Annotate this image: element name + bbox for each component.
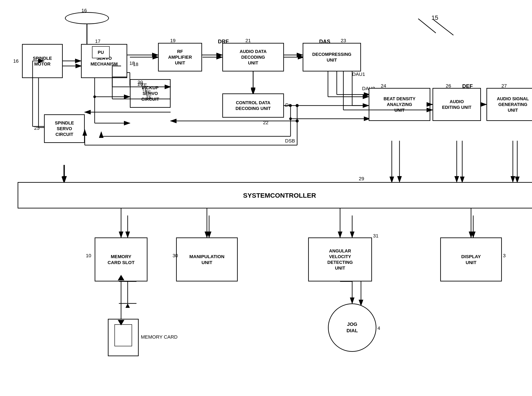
jog-dial-block: JOGDIAL: [328, 303, 377, 352]
label-17: 17: [95, 39, 100, 44]
ref-18: 18: [133, 62, 138, 67]
dau1-label: DAU1: [352, 71, 365, 77]
label-21: 21: [245, 38, 251, 44]
label-4: 4: [377, 326, 380, 331]
label-3: 3: [503, 253, 506, 259]
decompressing-block: DECOMPRESSINGUNIT: [303, 43, 361, 71]
spindle-motor-block: SPINDLEMOTOR: [22, 44, 63, 78]
label-31: 31: [373, 233, 378, 239]
disk-shape: [65, 12, 109, 24]
ref-20: 20: [137, 80, 143, 85]
label-10: 10: [86, 253, 91, 259]
label-30: 30: [173, 253, 178, 259]
memory-card-inner: [114, 324, 132, 346]
label-22: 22: [263, 120, 268, 126]
label-24: 24: [381, 83, 386, 89]
audio-editing-block: AUDIOEDITING UNIT: [432, 88, 481, 121]
memory-card-slot-block: MEMORYCARD SLOT: [95, 238, 148, 281]
disk-post: [86, 24, 87, 45]
memory-card-label: MEMORY CARD: [141, 334, 178, 340]
svg-marker-36: [126, 303, 130, 308]
label-26: 26: [446, 83, 451, 89]
dsb-label: DSB: [285, 138, 295, 144]
angular-velocity-block: ANGULARVELOCITYDETECTINGUNIT: [308, 238, 372, 281]
label-13: 16: [81, 8, 87, 13]
manipulation-unit-block: MANIPULATIONUNIT: [176, 238, 238, 281]
audio-data-decoding-block: AUDIO DATADECODINGUNIT: [222, 43, 284, 71]
rf-amplifier-block: RFAMPLIFIERUNIT: [158, 43, 202, 71]
beat-density-block: BEAT DENSITYANALYZINGUNIT: [369, 88, 430, 121]
dc-label: Dc: [285, 102, 291, 108]
label-27: 27: [502, 83, 507, 89]
fe-te-label2: FE,TE: [145, 90, 152, 100]
label-23: 23: [341, 38, 346, 44]
label-25: 25: [34, 125, 39, 131]
label-19: 19: [170, 38, 175, 44]
pu-block: PU: [92, 46, 110, 58]
diagram: 16 SPINDLEMOTOR 16 SERVOMECHANISM 17 PU …: [0, 0, 532, 396]
svg-point-21: [289, 117, 292, 120]
display-unit-block: DISPLAYUNIT: [440, 238, 502, 281]
spindle-servo-block: SPINDLESERVOCIRCUIT: [44, 114, 85, 143]
system-controller-block: SYSTEMCONTROLLER: [18, 182, 532, 209]
audio-signal-block: AUDIO SIGNALGENERATINGUNIT: [486, 88, 532, 121]
label-15: 15: [431, 14, 438, 21]
label-16: 16: [13, 58, 18, 64]
control-data-decoding-block: CONTROL DATADECODING UNIT: [222, 93, 284, 118]
label-29: 29: [359, 176, 364, 182]
